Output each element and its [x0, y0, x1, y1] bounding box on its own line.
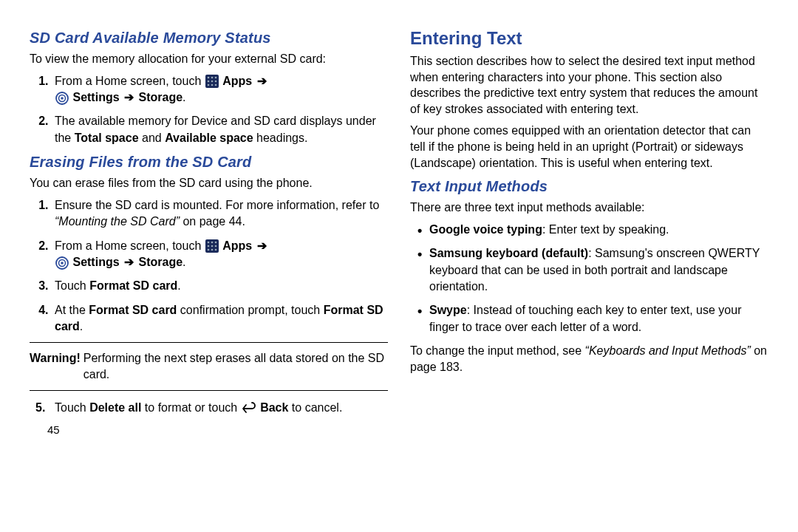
svg-point-8 [211, 84, 213, 86]
svg-point-6 [214, 81, 216, 83]
method-samsung-keyboard: Samsung keyboard (default): Samsung's on… [428, 245, 768, 295]
erase-step-3: Touch Format SD card. [52, 278, 388, 294]
svg-point-21 [211, 249, 213, 251]
settings-gear-icon [55, 92, 69, 105]
svg-point-20 [207, 249, 209, 251]
heading-erase-sd: Erasing Files from the SD Card [30, 154, 388, 171]
heading-input-methods: Text Input Methods [410, 178, 768, 195]
apps-grid-icon [205, 239, 219, 253]
settings-label: Settings [72, 91, 119, 103]
erase-step-1: Ensure the SD card is mounted. For more … [52, 197, 388, 231]
apps-grid-icon [205, 75, 219, 88]
svg-point-4 [207, 81, 209, 83]
step-text: From a Home screen, touch [55, 75, 205, 87]
steps-erase-sd: Ensure the SD card is mounted. For more … [30, 197, 388, 335]
svg-point-2 [211, 77, 213, 79]
svg-point-17 [207, 245, 209, 248]
svg-point-14 [207, 242, 209, 244]
svg-point-7 [207, 84, 209, 86]
svg-point-19 [214, 245, 216, 248]
xref-keyboards: “Keyboards and Input Methods” [585, 344, 751, 357]
method-name: Samsung keyboard (default) [429, 247, 588, 259]
para-entering-1: This section describes how to select the… [410, 53, 768, 117]
xref-text: To change the input method, see [410, 344, 585, 357]
arrow-icon: ➔ [124, 91, 134, 103]
intro-erase-sd: You can erase files from the SD card usi… [30, 175, 388, 191]
svg-point-1 [207, 77, 209, 79]
svg-point-5 [211, 81, 213, 83]
arrow-icon: ➔ [257, 75, 267, 87]
step-text: to format or touch [141, 401, 240, 414]
step-text: At the [55, 304, 89, 316]
svg-point-16 [214, 242, 216, 244]
back-arrow-icon [242, 402, 256, 414]
svg-point-3 [214, 77, 216, 79]
storage-label: Storage [138, 256, 183, 268]
svg-point-12 [61, 97, 64, 100]
step-text: Ensure the SD card is mounted. For more … [55, 199, 379, 211]
para-methods-intro: There are three text input methods avail… [410, 200, 768, 216]
heading-entering-text: Entering Text [410, 28, 768, 49]
method-desc: : Instead of touching each key to enter … [429, 304, 741, 332]
method-desc: : Enter text by speaking. [542, 223, 669, 236]
step-text: Touch [55, 401, 89, 414]
step-text: confirmation prompt, touch [177, 304, 323, 316]
method-name: Swype [429, 304, 467, 316]
step-text: headings. [253, 132, 308, 144]
page-number: 45 [30, 423, 388, 436]
erase-step-5: Touch Delete all to format or touch Back… [52, 400, 388, 416]
step-text: and [139, 132, 166, 144]
format-sd: Format SD card [89, 279, 177, 292]
arrow-icon: ➔ [257, 239, 267, 252]
arrow-icon: ➔ [124, 256, 134, 268]
step-text: to cancel. [288, 401, 342, 414]
svg-point-9 [214, 84, 216, 86]
heading-sd-status: SD Card Available Memory Status [30, 30, 388, 47]
warning-text: Performing the next step erases all data… [83, 350, 388, 382]
step-2: The available memory for Device and SD c… [52, 113, 388, 146]
input-methods-list: Google voice typing: Enter text by speak… [410, 222, 768, 335]
method-name: Google voice typing [429, 223, 542, 236]
step-text: . [80, 320, 83, 332]
steps-erase-sd-continue: Touch Delete all to format or touch Back… [30, 400, 388, 416]
format-sd: Format SD card [89, 304, 177, 316]
svg-point-22 [214, 249, 216, 251]
storage-label: Storage [138, 91, 183, 103]
step-text: . [177, 279, 180, 292]
right-column: Entering Text This section describes how… [410, 22, 768, 525]
apps-label: Apps [222, 239, 252, 252]
manual-page: SD Card Available Memory Status To view … [0, 0, 798, 532]
step-text: From a Home screen, touch [55, 239, 205, 252]
warning-label: Warning! [30, 350, 83, 382]
settings-gear-icon [55, 256, 69, 270]
step-text: Touch [55, 279, 89, 292]
step-1: From a Home screen, touch Apps ➔ Setting… [52, 73, 388, 106]
erase-step-4: At the Format SD card confirmation promp… [52, 302, 388, 335]
total-space: Total space [75, 132, 139, 144]
method-swype: Swype: Instead of touching each key to e… [428, 302, 768, 335]
settings-label: Settings [72, 256, 119, 268]
warning-box: Warning! Performing the next step erases… [30, 342, 388, 390]
apps-label: Apps [222, 75, 252, 87]
delete-all: Delete all [89, 401, 141, 414]
para-entering-2: Your phone comes equipped with an orient… [410, 123, 768, 171]
xref-mounting: “Mounting the SD Card” [55, 215, 180, 228]
intro-sd-status: To view the memory allocation for your e… [30, 51, 388, 67]
svg-point-15 [211, 242, 213, 244]
available-space: Available space [165, 132, 253, 144]
svg-point-25 [61, 262, 64, 265]
step-text: on page 44. [180, 215, 245, 228]
svg-point-18 [211, 245, 213, 248]
left-column: SD Card Available Memory Status To view … [30, 22, 388, 525]
back-label: Back [260, 401, 288, 414]
erase-step-2: From a Home screen, touch Apps ➔ Setting… [52, 238, 388, 271]
method-google-voice: Google voice typing: Enter text by speak… [428, 222, 768, 238]
steps-sd-status: From a Home screen, touch Apps ➔ Setting… [30, 73, 388, 147]
para-methods-xref: To change the input method, see “Keyboar… [410, 343, 768, 375]
